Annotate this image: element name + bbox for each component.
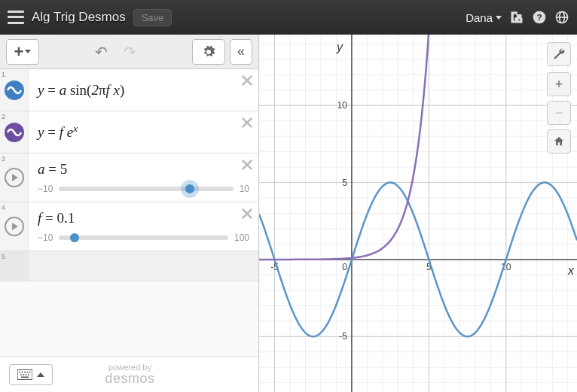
delete-expression-button[interactable]	[240, 158, 254, 175]
svg-rect-8	[24, 371, 26, 372]
slider-track[interactable]	[59, 187, 233, 191]
slider-min: −10	[38, 232, 53, 243]
expression-body[interactable]: f = 0.1−10100	[29, 202, 258, 251]
expression-index: 5	[2, 253, 5, 260]
delete-expression-button[interactable]	[240, 207, 254, 223]
keyboard-toggle-button[interactable]	[9, 364, 53, 385]
expression-panel: + ↶ ↷ « 1y = a sin(2πf x)2y = f ex3a = 5…	[0, 35, 259, 392]
home-button[interactable]	[547, 129, 571, 153]
svg-text:0: 0	[342, 262, 347, 272]
language-icon[interactable]	[554, 10, 569, 25]
wrench-icon	[552, 47, 566, 61]
svg-rect-5	[17, 369, 32, 379]
user-name: Dana	[466, 11, 493, 24]
curve-color-icon[interactable]	[5, 123, 24, 142]
delete-expression-button[interactable]	[240, 74, 254, 90]
save-button[interactable]: Save	[133, 9, 172, 26]
expression-body[interactable]: y = a sin(2πf x)	[29, 69, 258, 111]
user-menu[interactable]: Dana	[466, 11, 502, 24]
chevron-up-icon	[37, 372, 44, 377]
expression-index: 2	[2, 113, 5, 120]
zoom-in-button[interactable]: +	[547, 72, 571, 96]
document-title: Alg Trig Desmos	[32, 10, 126, 25]
expression-latex: y = a sin(2πf x)	[38, 82, 249, 99]
expression-row[interactable]: 3a = 5−1010	[0, 153, 258, 202]
settings-button[interactable]	[192, 39, 225, 65]
slider[interactable]: −1010	[38, 184, 249, 194]
expression-row[interactable]: 4f = 0.1−10100	[0, 202, 258, 251]
expression-body[interactable]: a = 5−1010	[29, 153, 258, 202]
powered-by: powered by desmos	[105, 363, 154, 385]
svg-rect-10	[29, 371, 31, 372]
expression-latex: y = f ex	[38, 123, 249, 141]
svg-text:?: ?	[536, 12, 542, 22]
expression-toolbar: + ↶ ↷ «	[0, 35, 258, 69]
topbar: Alg Trig Desmos Save Dana ?	[0, 0, 577, 35]
svg-rect-11	[20, 374, 22, 375]
graph-canvas[interactable]: -5510-55100xy	[259, 35, 577, 392]
svg-text:5: 5	[342, 178, 347, 188]
keyboard-icon	[17, 369, 32, 380]
gear-icon	[202, 45, 215, 59]
expression-index: 4	[2, 204, 5, 211]
slider-play-button[interactable]	[5, 217, 24, 236]
svg-text:-5: -5	[339, 331, 347, 342]
slider-thumb[interactable]	[185, 184, 194, 193]
svg-rect-13	[26, 374, 27, 375]
brand-name: desmos	[105, 372, 154, 385]
main: + ↶ ↷ « 1y = a sin(2πf x)2y = f ex3a = 5…	[0, 35, 577, 392]
expression-body[interactable]	[29, 251, 258, 281]
svg-rect-14	[28, 374, 29, 375]
svg-rect-6	[20, 371, 21, 372]
slider[interactable]: −10100	[38, 232, 249, 243]
expression-index: 1	[2, 71, 5, 78]
expression-row[interactable]: 2y = f ex	[0, 111, 258, 153]
collapse-panel-button[interactable]: «	[230, 39, 252, 65]
slider-max: 100	[234, 232, 249, 243]
add-expression-button[interactable]: +	[6, 39, 39, 65]
panel-footer: powered by desmos	[0, 356, 258, 392]
expression-index: 3	[2, 155, 5, 163]
slider-track[interactable]	[59, 236, 228, 240]
expression-body[interactable]: y = f ex	[29, 111, 258, 153]
slider-thumb[interactable]	[70, 233, 79, 242]
svg-text:y: y	[336, 41, 343, 53]
slider-min: −10	[38, 184, 53, 194]
svg-rect-9	[27, 371, 29, 372]
graph-panel[interactable]: -5510-55100xy + −	[259, 35, 577, 392]
slider-play-button[interactable]	[5, 168, 24, 187]
svg-text:10: 10	[337, 100, 348, 111]
redo-button: ↷	[118, 39, 142, 65]
expression-latex: f = 0.1	[38, 210, 249, 226]
expression-row[interactable]: 1y = a sin(2πf x)	[0, 69, 258, 111]
expression-list: 1y = a sin(2πf x)2y = f ex3a = 5−10104f …	[0, 69, 258, 392]
help-icon[interactable]: ?	[532, 10, 547, 25]
svg-rect-7	[22, 371, 23, 372]
expression-row[interactable]: 5	[0, 251, 258, 281]
delete-expression-button[interactable]	[240, 116, 254, 132]
undo-button[interactable]: ↶	[90, 39, 114, 65]
svg-text:x: x	[567, 264, 575, 277]
plus-icon: +	[14, 42, 24, 62]
slider-max: 10	[240, 184, 249, 194]
svg-rect-15	[21, 376, 29, 378]
menu-button[interactable]	[8, 9, 24, 26]
chevron-down-icon	[496, 16, 502, 20]
zoom-out-button[interactable]: −	[547, 101, 571, 125]
svg-rect-12	[23, 374, 25, 375]
graph-settings-button[interactable]	[547, 42, 571, 66]
chevron-down-icon	[25, 50, 31, 53]
home-icon	[553, 135, 565, 147]
expression-latex: a = 5	[38, 161, 249, 178]
graph-zoom-controls: + −	[547, 72, 571, 153]
curve-color-icon[interactable]	[5, 81, 24, 100]
share-icon[interactable]	[509, 10, 524, 25]
